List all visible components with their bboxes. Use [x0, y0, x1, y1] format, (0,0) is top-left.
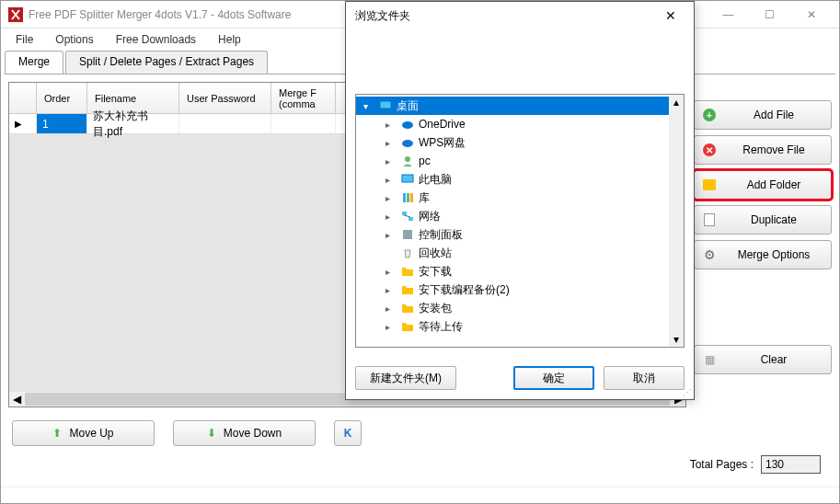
expander-icon[interactable]: ▸: [385, 156, 397, 166]
dialog-footer: 新建文件夹(M) 确定 取消: [346, 357, 694, 399]
expander-icon[interactable]: ▸: [385, 230, 397, 240]
close-button[interactable]: ✕: [790, 2, 832, 28]
svg-rect-9: [410, 193, 413, 202]
network-icon: [400, 209, 415, 223]
move-up-button[interactable]: ⬆ Move Up: [12, 420, 155, 446]
expander-icon[interactable]: ▸: [385, 138, 397, 148]
add-folder-button[interactable]: Add Folder: [694, 170, 832, 200]
svg-rect-12: [403, 230, 412, 239]
app-icon: [8, 7, 23, 22]
first-icon: K: [344, 427, 352, 440]
col-merge[interactable]: Merge F (comma: [271, 83, 336, 113]
tree-item-wps[interactable]: ▸ WPS网盘: [356, 133, 669, 152]
tree-item-thispc[interactable]: ▸ 此电脑: [356, 170, 669, 189]
add-icon: +: [702, 108, 717, 122]
scroll-down-icon[interactable]: ▾: [669, 332, 684, 347]
col-password[interactable]: User Password: [179, 83, 271, 113]
cloud-icon: [400, 117, 415, 132]
total-pages-label: Total Pages :: [690, 458, 754, 471]
bottom-buttons: ⬆ Move Up ⬇ Move Down K: [1, 415, 839, 452]
folder-icon: [400, 282, 415, 297]
total-row: Total Pages :: [1, 452, 839, 477]
tree-item-library[interactable]: ▸ 库: [356, 189, 669, 207]
window-controls: — ☐ ✕: [708, 2, 832, 28]
library-icon: [400, 190, 415, 205]
cell-order[interactable]: 1: [37, 114, 87, 133]
move-down-button[interactable]: ⬇ Move Down: [173, 420, 316, 446]
remove-file-button[interactable]: ✕ Remove File: [694, 135, 832, 165]
clear-button[interactable]: ▦ Clear: [694, 345, 832, 374]
cell-merge[interactable]: [271, 114, 336, 133]
folder-tree[interactable]: ▾ 桌面 ▸ OneDrive ▸ WPS网盘: [356, 95, 669, 347]
svg-point-3: [402, 121, 413, 129]
menu-help[interactable]: Help: [207, 29, 252, 50]
expander-icon[interactable]: ▸: [385, 175, 397, 185]
gear-icon: ⚙: [702, 247, 717, 262]
arrow-up-icon: ⬆: [52, 427, 62, 440]
tree-item-pc[interactable]: ▸ pc: [356, 152, 669, 170]
duplicate-icon: [702, 212, 717, 227]
expander-icon[interactable]: ▸: [385, 267, 397, 277]
tab-merge[interactable]: Merge: [5, 51, 63, 74]
expander-icon[interactable]: ▸: [385, 304, 397, 314]
dialog-title: 浏览文件夹: [355, 8, 657, 24]
tree-item-backup[interactable]: ▸ 安下载编程备份(2): [356, 281, 669, 299]
main-window: Free PDF Splitter Merger 4dots V1.7 - 4d…: [0, 0, 840, 504]
cell-password[interactable]: [179, 114, 271, 133]
tree-item-anxz[interactable]: ▸ 安下载: [356, 262, 669, 281]
recycle-icon: [400, 246, 415, 260]
tab-split[interactable]: Split / Delete Pages / Extract Pages: [65, 51, 268, 74]
tree-item-recycle[interactable]: 回收站: [356, 244, 669, 262]
scroll-up-icon[interactable]: ▴: [669, 95, 684, 109]
expander-icon[interactable]: ▸: [385, 212, 397, 222]
scroll-thumb-v[interactable]: [669, 109, 684, 332]
maximize-button[interactable]: ☐: [749, 2, 790, 28]
tree-item-network[interactable]: ▸ 网络: [356, 207, 669, 225]
move-first-button[interactable]: K: [334, 420, 362, 446]
svg-rect-8: [407, 193, 409, 202]
clear-icon: ▦: [702, 352, 717, 367]
col-order[interactable]: Order: [37, 83, 87, 113]
tree-item-desktop[interactable]: ▾ 桌面: [356, 97, 669, 115]
expander-icon[interactable]: ▸: [385, 322, 397, 332]
total-pages-value[interactable]: [761, 455, 821, 474]
resize-grip[interactable]: ⋰: [683, 387, 692, 397]
arrow-down-icon: ⬇: [207, 427, 216, 440]
expander-icon[interactable]: ▸: [385, 193, 397, 203]
cloud-icon: [400, 135, 415, 150]
tree-item-upload[interactable]: ▸ 等待上传: [356, 317, 669, 336]
expander-icon[interactable]: ▸: [385, 120, 397, 130]
add-file-button[interactable]: + Add File: [694, 100, 832, 130]
svg-rect-6: [402, 175, 413, 182]
dialog-titlebar: 浏览文件夹 ✕: [346, 2, 694, 29]
merge-options-button[interactable]: ⚙ Merge Options: [694, 240, 832, 269]
menu-options[interactable]: Options: [44, 29, 104, 50]
desktop-icon: [378, 98, 393, 113]
folder-tree-container: ▾ 桌面 ▸ OneDrive ▸ WPS网盘: [355, 94, 685, 348]
menu-file[interactable]: File: [5, 29, 44, 50]
tree-item-controlpanel[interactable]: ▸ 控制面板: [356, 225, 669, 244]
duplicate-button[interactable]: Duplicate: [694, 205, 832, 235]
control-icon: [400, 227, 415, 242]
folder-icon: [400, 264, 415, 279]
minimize-button[interactable]: —: [708, 2, 749, 28]
menu-downloads[interactable]: Free Downloads: [105, 29, 207, 50]
svg-rect-11: [408, 217, 413, 221]
cancel-button[interactable]: 取消: [604, 366, 685, 390]
tree-item-onedrive[interactable]: ▸ OneDrive: [356, 115, 669, 133]
expander-icon[interactable]: ▸: [385, 285, 397, 295]
dialog-close-button[interactable]: ✕: [657, 2, 685, 29]
tree-item-install[interactable]: ▸ 安装包: [356, 299, 669, 317]
scrollbar-vertical[interactable]: ▴ ▾: [669, 95, 684, 347]
new-folder-button[interactable]: 新建文件夹(M): [355, 366, 456, 390]
remove-icon: ✕: [702, 143, 717, 157]
scroll-left-icon[interactable]: ◀: [9, 392, 24, 407]
svg-rect-2: [384, 109, 387, 110]
folder-icon: [400, 319, 415, 334]
row-marker: [9, 114, 37, 133]
col-marker[interactable]: [9, 83, 37, 113]
folder-icon: [400, 301, 415, 315]
expander-icon[interactable]: ▾: [363, 101, 374, 111]
cell-filename[interactable]: 苏大补充书目.pdf: [87, 114, 179, 133]
ok-button[interactable]: 确定: [513, 366, 594, 390]
